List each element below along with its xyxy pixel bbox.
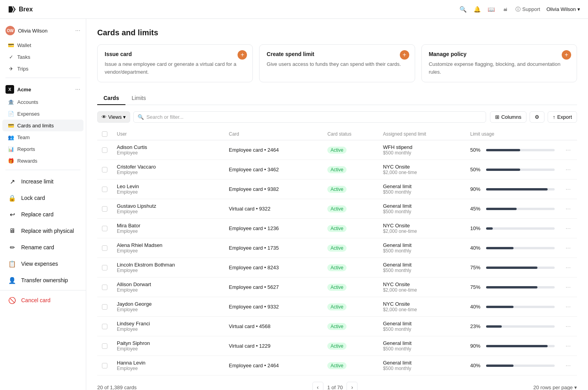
create-spend-limit-button[interactable]: + <box>400 50 409 60</box>
row-more-button[interactable]: ··· <box>564 225 572 232</box>
sidebar-item-reports[interactable]: 📊 Reports <box>2 143 83 155</box>
row-checkbox[interactable] <box>102 304 107 310</box>
search-icon[interactable]: 🔍 <box>459 5 467 13</box>
pagination-center: ‹ 1 of 70 › <box>312 382 358 390</box>
context-item-lock-card[interactable]: 🔒 Lock card <box>0 190 86 206</box>
usage-pct: 10% <box>470 225 483 231</box>
sidebar-item-label: Expenses <box>17 111 40 117</box>
progress-bar-bg <box>486 227 555 230</box>
sidebar-item-trips[interactable]: ✈ Trips <box>2 63 83 74</box>
row-checkbox[interactable] <box>102 245 107 251</box>
context-item-label: Transfer ownership <box>21 277 68 283</box>
context-item-transfer[interactable]: 👤 Transfer ownership <box>0 272 86 288</box>
sidebar-item-tasks[interactable]: ✓ Tasks <box>2 51 83 63</box>
limit-name: NYC Onsite <box>383 301 461 307</box>
row-more-button[interactable]: ··· <box>564 323 572 330</box>
user-menu[interactable]: Olivia Wilson ▾ <box>546 6 580 12</box>
ai-icon[interactable]: ai <box>501 5 509 13</box>
context-separator <box>0 290 86 290</box>
card-number: Employee card • 9332 <box>224 297 323 317</box>
table-row: Adison Curtis Employee Employee card • 2… <box>97 140 577 160</box>
rows-per-page-selector[interactable]: 20 rows per page ▾ <box>534 385 577 390</box>
export-button[interactable]: ↑ Export <box>548 111 577 123</box>
context-item-replace-card[interactable]: ↩ Replace card <box>0 206 86 223</box>
sidebar-item-wallet[interactable]: 💳 Wallet <box>2 39 83 51</box>
tab-cards[interactable]: Cards <box>97 92 125 105</box>
sidebar-item-label: Team <box>17 134 30 140</box>
filter-button[interactable]: ⚙ <box>530 111 544 123</box>
rows-chevron-icon: ▾ <box>574 385 577 390</box>
user-role: Employee <box>117 189 220 195</box>
select-all-checkbox[interactable] <box>102 131 107 137</box>
prev-page-button[interactable]: ‹ <box>312 382 323 390</box>
user-name: Adison Curtis <box>117 144 220 150</box>
action-card-policy: Manage policy Customize expense flagging… <box>421 44 577 82</box>
sidebar-user-more[interactable]: ··· <box>75 27 80 34</box>
context-item-rename[interactable]: ✏ Rename card <box>0 239 86 256</box>
manage-policy-button[interactable]: + <box>562 50 571 60</box>
progress-bar-fill <box>486 149 521 151</box>
sidebar-item-rewards[interactable]: 🎁 Rewards <box>2 155 83 167</box>
row-more-button[interactable]: ··· <box>564 362 572 369</box>
limit-detail: $500 monthly <box>383 366 461 371</box>
limit-detail: $2,000 one-time <box>383 307 461 312</box>
sidebar-item-cards[interactable]: 💳 Cards and limits <box>2 120 83 131</box>
navbar-left: Brex <box>8 6 33 13</box>
user-role: Employee <box>117 287 220 293</box>
row-checkbox[interactable] <box>102 324 107 329</box>
row-checkbox[interactable] <box>102 285 107 290</box>
row-checkbox[interactable] <box>102 226 107 231</box>
row-checkbox[interactable] <box>102 343 107 349</box>
sidebar-item-label: Rewards <box>17 158 37 164</box>
row-checkbox[interactable] <box>102 206 107 212</box>
progress-bar-fill <box>486 227 493 230</box>
usage-pct: 50% <box>470 167 483 172</box>
context-item-label: View expenses <box>21 261 58 267</box>
search-box[interactable]: 🔍 Search or filter... <box>133 111 486 123</box>
sidebar-item-accounts[interactable]: 🏦 Accounts <box>2 96 83 108</box>
support-icon: ⓘ <box>515 6 521 13</box>
context-item-replace-physical[interactable]: 🖥 Replace with physical <box>0 223 86 239</box>
issue-card-button[interactable]: + <box>238 50 247 60</box>
export-label: Export <box>557 114 572 120</box>
sidebar-item-team[interactable]: 👥 Team <box>2 131 83 143</box>
row-checkbox[interactable] <box>102 265 107 270</box>
views-button[interactable]: 👁 Views ▾ <box>97 111 130 123</box>
row-more-button[interactable]: ··· <box>564 284 572 290</box>
row-more-button[interactable]: ··· <box>564 147 572 153</box>
row-checkbox[interactable] <box>102 147 107 153</box>
row-checkbox[interactable] <box>102 167 107 172</box>
next-page-button[interactable]: › <box>347 382 358 390</box>
cards-table: User Card Card status Assigned spend lim… <box>97 128 577 375</box>
context-item-increase-limit[interactable]: ↗ Increase limit <box>0 173 86 190</box>
support-button[interactable]: ⓘ Support <box>515 6 540 13</box>
user-role: Employee <box>117 366 220 371</box>
row-more-button[interactable]: ··· <box>564 245 572 251</box>
row-more-button[interactable]: ··· <box>564 343 572 349</box>
sidebar-item-expenses[interactable]: 📄 Expenses <box>2 108 83 120</box>
org-more[interactable]: ··· <box>75 86 80 93</box>
col-usage: Limit usage <box>466 128 559 140</box>
limit-name: WFH stipend <box>383 144 461 150</box>
row-checkbox[interactable] <box>102 187 107 192</box>
status-badge: Active <box>327 303 347 310</box>
progress-bar-bg <box>486 345 555 347</box>
row-more-button[interactable]: ··· <box>564 166 572 173</box>
row-more-button[interactable]: ··· <box>564 205 572 212</box>
columns-button[interactable]: ⊞ Columns <box>490 111 526 123</box>
bell-icon[interactable]: 🔔 <box>473 5 481 13</box>
row-more-button[interactable]: ··· <box>564 303 572 310</box>
limit-detail: $2,000 one-time <box>383 229 461 234</box>
row-more-button[interactable]: ··· <box>564 186 572 192</box>
expenses-view-icon: 📋 <box>8 259 16 268</box>
sidebar-item-label: Wallet <box>17 42 31 48</box>
context-item-view-expenses[interactable]: 📋 View expenses <box>0 256 86 272</box>
tab-limits[interactable]: Limits <box>125 92 152 105</box>
row-more-button[interactable]: ··· <box>564 264 572 271</box>
pagination: 20 of 1,389 cards ‹ 1 of 70 › 20 rows pe… <box>97 377 577 390</box>
context-item-cancel-card[interactable]: 🚫 Cancel card <box>0 292 86 308</box>
trips-icon: ✈ <box>8 65 14 72</box>
book-icon[interactable]: 📖 <box>487 5 495 13</box>
navbar: Brex 🔍 🔔 📖 ai ⓘ Support Olivia Wilson ▾ <box>0 0 588 19</box>
row-checkbox[interactable] <box>102 363 107 368</box>
